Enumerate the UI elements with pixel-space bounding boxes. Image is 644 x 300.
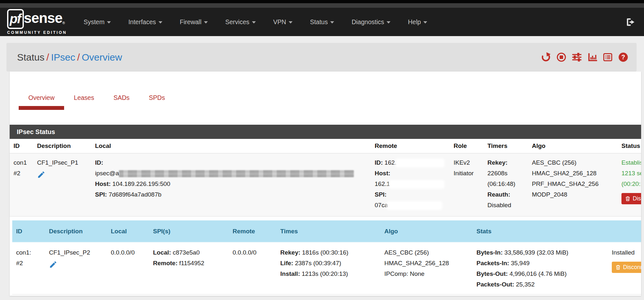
breadcrumb-separator: / — [44, 52, 51, 63]
child-remote-cell: 0.0.0.0/0 — [229, 242, 276, 295]
chevron-down-icon — [159, 21, 162, 24]
nav-menu: System Interfaces Firewall Services VPN … — [82, 15, 443, 29]
breadcrumb-root: Status — [17, 52, 44, 63]
svg-text:?: ? — [621, 53, 625, 61]
redacted-block — [119, 170, 354, 177]
chevron-down-icon — [252, 21, 256, 24]
stop-icon[interactable] — [556, 52, 566, 62]
window-top-strip — [0, 0, 644, 3]
disconnect-button[interactable]: Disconnect — [612, 262, 641, 273]
content-panel: Overview Leases SADs SPDs IPsec Status I… — [10, 72, 641, 296]
tab-spds[interactable]: SPDs — [139, 90, 175, 110]
column-header-algo: Algo — [528, 139, 618, 153]
child-spis-cell: Local: c873e5a0 Remote: f1154952 — [149, 242, 229, 295]
logo-pf-mark: pf — [7, 9, 24, 29]
column-header-description: Description — [33, 139, 91, 153]
ike-remote-cell: ID: 162. Host: 162.1 SPI: 07ca — [371, 153, 450, 217]
edit-pencil-icon[interactable] — [37, 170, 45, 179]
trash-icon — [615, 264, 621, 270]
ike-role-cell: IKEv2 Initiator — [450, 153, 484, 217]
edit-pencil-icon[interactable] — [49, 260, 57, 269]
column-header-times: Times — [276, 220, 380, 242]
column-header-status: Status — [618, 139, 641, 153]
column-header-spis: SPI(s) — [149, 220, 229, 242]
nav-item-status[interactable]: Status — [309, 15, 335, 29]
refresh-icon[interactable] — [541, 52, 551, 62]
ike-row: con1 #2 CF1_IPsec_P1 ID: ipsec@a Host: 1… — [10, 153, 641, 217]
logo-registered-mark: ® — [62, 21, 65, 25]
disconnect-button[interactable]: Disconnect — [621, 193, 641, 204]
ike-table: ID Description Local Remote Role Timers … — [10, 139, 641, 295]
child-sa-header-row: ID Description Local SPI(s) Remote Times… — [12, 220, 641, 242]
logo-sense-text: sense — [24, 11, 62, 25]
ike-description-cell: CF1_IPsec_P1 — [33, 153, 91, 217]
ike-local-cell: ID: ipsec@a Host: 104.189.226.195:500 SP… — [91, 153, 371, 217]
child-id-cell: con1: #2 — [12, 242, 45, 295]
breadcrumb: Status/IPsec/Overview — [17, 52, 122, 63]
column-header-actions — [608, 220, 641, 242]
column-header-id: ID — [12, 220, 45, 242]
logo-subtitle: COMMUNITY EDITION — [7, 30, 67, 35]
redacted-block — [390, 181, 443, 188]
ike-id-cell: con1 #2 — [10, 153, 33, 217]
ike-table-header-row: ID Description Local Remote Role Timers … — [10, 139, 641, 153]
chevron-down-icon — [107, 21, 111, 24]
ike-algo-cell: AES_CBC (256) HMAC_SHA2_256_128 PRF_HMAC… — [528, 153, 618, 217]
breadcrumb-panel: Status/IPsec/Overview ? — [6, 43, 637, 72]
child-sa-table: ID Description Local SPI(s) Remote Times… — [12, 220, 641, 295]
tab-leases[interactable]: Leases — [64, 90, 104, 110]
ike-status-cell: Established 1213 seconds (00:20:13) Disc… — [618, 153, 641, 217]
nav-item-help[interactable]: Help — [407, 15, 428, 29]
child-algo-cell: AES_CBC (256) HMAC_SHA2_256_128 IPComp: … — [380, 242, 473, 295]
tab-sads[interactable]: SADs — [104, 90, 139, 110]
breadcrumb-link-ipsec[interactable]: IPsec — [51, 52, 75, 63]
redacted-block — [388, 202, 441, 209]
sliders-icon[interactable] — [572, 52, 582, 62]
column-header-id: ID — [10, 139, 33, 153]
column-header-description: Description — [45, 220, 107, 242]
column-header-role: Role — [450, 139, 484, 153]
child-sa-section: ID Description Local SPI(s) Remote Times… — [10, 217, 641, 295]
pfsense-logo[interactable]: pfsense® COMMUNITY EDITION — [7, 9, 67, 35]
status-established-text: Established — [621, 157, 641, 168]
tab-bar: Overview Leases SADs SPDs — [19, 90, 641, 110]
redacted-block — [397, 160, 443, 166]
child-description-cell: CF1_IPsec_P2 — [45, 242, 107, 295]
breadcrumb-separator: / — [75, 52, 82, 63]
column-header-timers: Timers — [484, 139, 528, 153]
column-header-stats: Stats — [473, 220, 608, 242]
child-local-cell: 0.0.0.0/0 — [107, 242, 149, 295]
nav-item-system[interactable]: System — [82, 15, 112, 29]
help-icon[interactable]: ? — [618, 52, 628, 62]
child-times-cell: Rekey: 1816s (00:30:16) Life: 2387s (00:… — [276, 242, 380, 295]
ike-timers-cell: Rekey: 22608s (06:16:48) Reauth: Disable… — [484, 153, 528, 217]
logout-icon[interactable] — [626, 17, 636, 27]
list-icon[interactable] — [603, 52, 613, 62]
nav-item-services[interactable]: Services — [224, 15, 257, 29]
column-header-local: Local — [107, 220, 149, 242]
column-header-algo: Algo — [380, 220, 473, 242]
trash-icon — [625, 196, 630, 202]
installed-status-text: Installed — [612, 247, 641, 258]
nav-item-vpn[interactable]: VPN — [272, 15, 294, 29]
chevron-down-icon — [423, 21, 427, 24]
ipsec-status-panel-title: IPsec Status — [10, 125, 641, 139]
nav-item-firewall[interactable]: Firewall — [178, 15, 209, 29]
chevron-down-icon — [387, 21, 390, 24]
page-action-icons: ? — [541, 52, 628, 62]
child-stats-cell: Bytes-In: 33,586,939 (32.03 MiB) Packets… — [473, 242, 608, 295]
chevron-down-icon — [204, 21, 208, 24]
tab-overview[interactable]: Overview — [19, 90, 64, 110]
main-navbar: pfsense® COMMUNITY EDITION System Interf… — [0, 8, 644, 36]
child-status-cell: Installed Disconnect — [608, 242, 641, 295]
child-sa-row: con1: #2 CF1_IPsec_P2 — [12, 242, 641, 295]
nav-item-interfaces[interactable]: Interfaces — [127, 15, 164, 29]
column-header-remote: Remote — [229, 220, 276, 242]
chevron-down-icon — [289, 21, 293, 24]
chevron-down-icon — [330, 21, 334, 24]
nav-item-diagnostics[interactable]: Diagnostics — [350, 15, 392, 29]
breadcrumb-link-overview[interactable]: Overview — [82, 52, 122, 63]
navbar-top-strip — [0, 3, 644, 8]
column-header-local: Local — [91, 139, 371, 153]
bar-chart-icon[interactable] — [587, 52, 597, 62]
